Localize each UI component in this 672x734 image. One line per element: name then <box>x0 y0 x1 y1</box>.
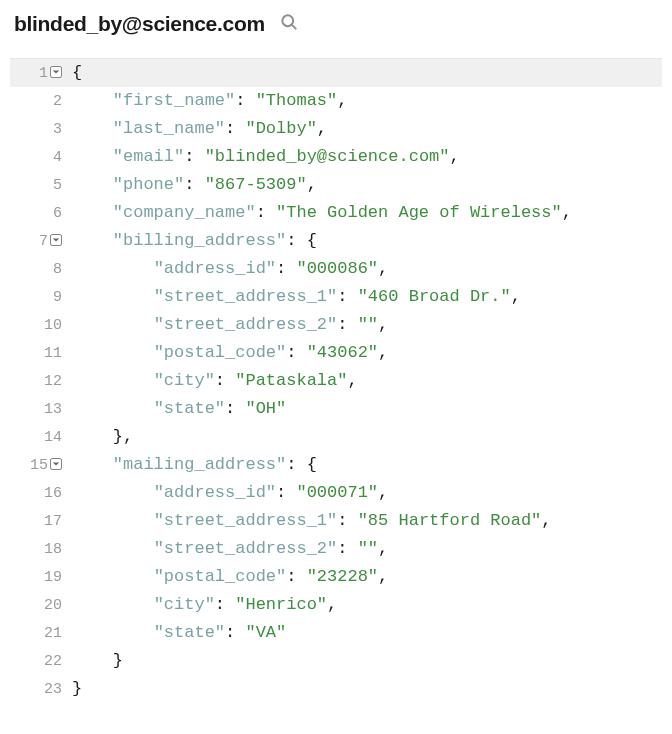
json-punct: , <box>378 259 388 278</box>
line-number[interactable]: 14 <box>10 424 66 451</box>
line-number[interactable]: 16 <box>10 480 66 507</box>
page-title: blinded_by@science.com <box>14 12 265 36</box>
code-content[interactable]: "street_address_2": "", <box>66 535 388 562</box>
code-line[interactable]: 18 "street_address_2": "", <box>10 535 662 563</box>
code-content[interactable]: "state": "VA" <box>66 619 286 646</box>
json-punct: } <box>72 679 82 698</box>
code-line[interactable]: 3 "last_name": "Dolby", <box>10 115 662 143</box>
json-punct: : <box>225 623 245 642</box>
json-punct: : <box>337 315 357 334</box>
line-number[interactable]: 3 <box>10 116 66 143</box>
code-content[interactable]: "company_name": "The Golden Age of Wirel… <box>66 199 572 226</box>
json-key: "city" <box>154 595 215 614</box>
code-content[interactable]: "phone": "867-5309", <box>66 171 317 198</box>
json-key: "city" <box>154 371 215 390</box>
json-key: "phone" <box>113 175 184 194</box>
line-number[interactable]: 9 <box>10 284 66 311</box>
code-line[interactable]: 16 "address_id": "000071", <box>10 479 662 507</box>
fold-toggle-icon[interactable] <box>50 66 62 78</box>
code-line[interactable]: 8 "address_id": "000086", <box>10 255 662 283</box>
line-number[interactable]: 10 <box>10 312 66 339</box>
line-number[interactable]: 22 <box>10 648 66 675</box>
json-punct: , <box>317 119 327 138</box>
code-line[interactable]: 4 "email": "blinded_by@science.com", <box>10 143 662 171</box>
line-number[interactable]: 20 <box>10 592 66 619</box>
code-line[interactable]: 15 "mailing_address": { <box>10 451 662 479</box>
code-line[interactable]: 13 "state": "OH" <box>10 395 662 423</box>
json-key: "email" <box>113 147 184 166</box>
json-punct: , <box>378 315 388 334</box>
json-punct: , <box>378 539 388 558</box>
json-key: "street_address_1" <box>154 287 338 306</box>
code-line[interactable]: 19 "postal_code": "23228", <box>10 563 662 591</box>
json-punct: : <box>337 287 357 306</box>
code-content[interactable]: } <box>66 675 82 702</box>
code-content[interactable]: "postal_code": "23228", <box>66 563 388 590</box>
line-number[interactable]: 18 <box>10 536 66 563</box>
json-string: "867-5309" <box>205 175 307 194</box>
code-content[interactable]: "email": "blinded_by@science.com", <box>66 143 460 170</box>
json-punct: , <box>562 203 572 222</box>
code-line[interactable]: 1{ <box>10 59 662 87</box>
line-number[interactable]: 11 <box>10 340 66 367</box>
search-icon[interactable] <box>279 12 299 36</box>
line-number[interactable]: 2 <box>10 88 66 115</box>
fold-toggle-icon[interactable] <box>50 234 62 246</box>
code-line[interactable]: 22 } <box>10 647 662 675</box>
code-line[interactable]: 10 "street_address_2": "", <box>10 311 662 339</box>
json-string: "VA" <box>245 623 286 642</box>
line-number[interactable]: 4 <box>10 144 66 171</box>
code-line[interactable]: 9 "street_address_1": "460 Broad Dr.", <box>10 283 662 311</box>
code-content[interactable]: "address_id": "000086", <box>66 255 388 282</box>
code-line[interactable]: 7 "billing_address": { <box>10 227 662 255</box>
code-line[interactable]: 6 "company_name": "The Golden Age of Wir… <box>10 199 662 227</box>
code-content[interactable]: }, <box>66 423 133 450</box>
line-number[interactable]: 12 <box>10 368 66 395</box>
code-line[interactable]: 20 "city": "Henrico", <box>10 591 662 619</box>
code-content[interactable]: "street_address_2": "", <box>66 311 388 338</box>
code-content[interactable]: "street_address_1": "85 Hartford Road", <box>66 507 552 534</box>
code-line[interactable]: 11 "postal_code": "43062", <box>10 339 662 367</box>
code-content[interactable]: "last_name": "Dolby", <box>66 115 327 142</box>
code-line[interactable]: 5 "phone": "867-5309", <box>10 171 662 199</box>
code-content[interactable]: "city": "Pataskala", <box>66 367 358 394</box>
code-line[interactable]: 17 "street_address_1": "85 Hartford Road… <box>10 507 662 535</box>
line-number[interactable]: 13 <box>10 396 66 423</box>
json-punct: : <box>225 119 245 138</box>
code-content[interactable]: "mailing_address": { <box>66 451 317 478</box>
code-content[interactable]: "street_address_1": "460 Broad Dr.", <box>66 283 521 310</box>
code-content[interactable]: "first_name": "Thomas", <box>66 87 347 114</box>
code-line[interactable]: 21 "state": "VA" <box>10 619 662 647</box>
json-key: "state" <box>154 623 225 642</box>
code-editor[interactable]: 1{2 "first_name": "Thomas",3 "last_name"… <box>10 58 662 703</box>
line-number[interactable]: 6 <box>10 200 66 227</box>
line-number[interactable]: 7 <box>10 228 66 255</box>
line-number[interactable]: 15 <box>10 452 66 479</box>
code-content[interactable]: { <box>66 59 82 86</box>
code-line[interactable]: 2 "first_name": "Thomas", <box>10 87 662 115</box>
json-string: "43062" <box>307 343 378 362</box>
code-content[interactable]: "state": "OH" <box>66 395 286 422</box>
json-string: "Henrico" <box>235 595 327 614</box>
code-line[interactable]: 12 "city": "Pataskala", <box>10 367 662 395</box>
line-number[interactable]: 17 <box>10 508 66 535</box>
code-line[interactable]: 23} <box>10 675 662 703</box>
line-number[interactable]: 19 <box>10 564 66 591</box>
line-number[interactable]: 8 <box>10 256 66 283</box>
code-content[interactable]: "address_id": "000071", <box>66 479 388 506</box>
code-content[interactable]: "postal_code": "43062", <box>66 339 388 366</box>
line-number[interactable]: 21 <box>10 620 66 647</box>
json-key: "company_name" <box>113 203 256 222</box>
line-number[interactable]: 23 <box>10 676 66 703</box>
code-line[interactable]: 14 }, <box>10 423 662 451</box>
line-number[interactable]: 1 <box>10 60 66 87</box>
code-content[interactable]: "city": "Henrico", <box>66 591 337 618</box>
line-number[interactable]: 5 <box>10 172 66 199</box>
code-content[interactable]: } <box>66 647 123 674</box>
code-content[interactable]: "billing_address": { <box>66 227 317 254</box>
fold-toggle-icon[interactable] <box>50 458 62 470</box>
json-punct: : <box>256 203 276 222</box>
json-key: "postal_code" <box>154 343 287 362</box>
json-punct: : <box>235 91 255 110</box>
json-punct: : <box>184 147 204 166</box>
